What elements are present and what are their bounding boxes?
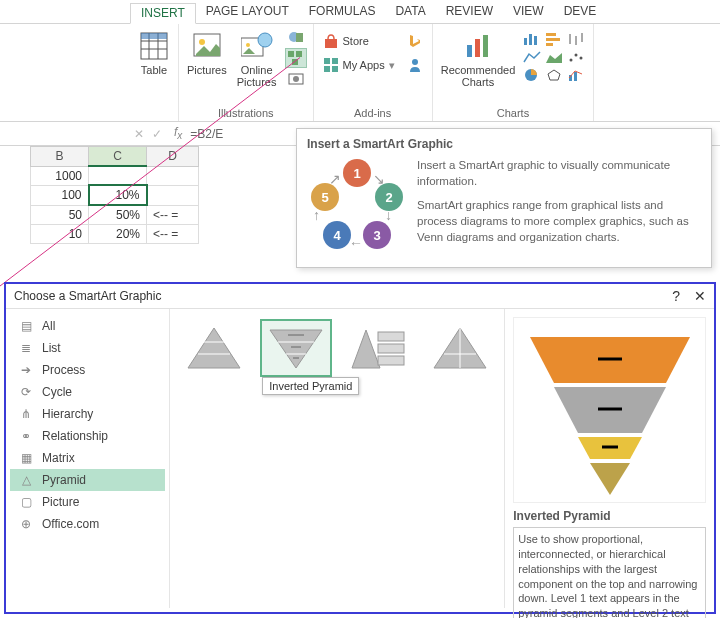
tab-developer[interactable]: DEVE <box>554 2 607 23</box>
dropdown-icon: ▾ <box>389 59 395 72</box>
svg-rect-55 <box>378 332 404 341</box>
col-header-c[interactable]: C <box>89 147 147 167</box>
officecom-icon: ⊕ <box>18 517 34 531</box>
line-chart-icon[interactable] <box>523 50 543 66</box>
svg-rect-32 <box>546 43 553 46</box>
screenshot-button[interactable] <box>285 70 307 88</box>
recommended-charts-label: Recommended Charts <box>441 64 516 88</box>
smartart-dialog: Choose a SmartArt Graphic ? ✕ ▤All ≣List… <box>4 282 716 614</box>
tab-data[interactable]: DATA <box>385 2 435 23</box>
svg-rect-22 <box>332 66 338 72</box>
thumb-segmented-pyramid[interactable] <box>424 319 496 377</box>
cat-relationship[interactable]: ⚭Relationship <box>10 425 165 447</box>
fx-icon[interactable]: fx <box>174 125 182 141</box>
close-button[interactable]: ✕ <box>694 288 706 304</box>
tooltip-p2: SmartArt graphics range from graphical l… <box>417 197 701 245</box>
col-header-b[interactable]: B <box>31 147 89 167</box>
cell[interactable]: 1000 <box>31 166 89 185</box>
area-chart-icon[interactable] <box>545 50 565 66</box>
cell[interactable]: 50% <box>89 205 147 225</box>
store-label: Store <box>343 35 369 47</box>
myapps-button[interactable]: My Apps ▾ <box>320 56 398 74</box>
scatter-chart-icon[interactable] <box>567 50 587 66</box>
cell[interactable] <box>147 185 199 205</box>
cat-list[interactable]: ≣List <box>10 337 165 359</box>
enter-icon[interactable]: ✓ <box>152 127 162 141</box>
col-header-d[interactable]: D <box>147 147 199 167</box>
tab-insert[interactable]: INSERT <box>130 3 196 24</box>
hierarchy-icon: ⋔ <box>18 407 34 421</box>
list-icon: ≣ <box>18 341 34 355</box>
stock-chart-icon[interactable] <box>567 32 587 48</box>
smartart-button[interactable] <box>285 48 307 68</box>
svg-rect-30 <box>546 33 556 36</box>
svg-marker-65 <box>590 463 630 495</box>
group-charts-label: Charts <box>439 107 588 119</box>
pictures-button[interactable]: Pictures <box>185 28 229 78</box>
cat-cycle[interactable]: ⟳Cycle <box>10 381 165 403</box>
radar-chart-icon[interactable] <box>545 68 565 84</box>
svg-rect-27 <box>524 38 527 45</box>
formula-input[interactable]: =B2/E <box>190 127 223 141</box>
tab-formulas[interactable]: FORMULAS <box>299 2 386 23</box>
pie-chart-icon[interactable] <box>523 68 543 84</box>
cell[interactable]: 20% <box>89 225 147 244</box>
combo-chart-icon[interactable] <box>567 68 587 84</box>
group-illustrations: Pictures Online Pictures Illustr <box>179 24 314 121</box>
cat-pyramid[interactable]: △Pyramid <box>10 469 165 491</box>
cell[interactable]: 50 <box>31 205 89 225</box>
recommended-charts-icon <box>462 30 494 62</box>
cell[interactable]: <-- = <box>147 205 199 225</box>
tab-view[interactable]: VIEW <box>503 2 554 23</box>
preview-canvas <box>513 317 706 503</box>
cat-matrix[interactable]: ▦Matrix <box>10 447 165 469</box>
svg-point-7 <box>199 39 205 45</box>
table-button[interactable]: Table <box>136 28 172 78</box>
svg-point-10 <box>258 33 272 47</box>
cat-officecom[interactable]: ⊕Office.com <box>10 513 165 535</box>
svg-point-38 <box>575 54 578 57</box>
bing-button[interactable] <box>404 32 426 50</box>
cat-hierarchy[interactable]: ⋔Hierarchy <box>10 403 165 425</box>
svg-rect-14 <box>296 51 302 57</box>
shapes-button[interactable] <box>285 28 307 46</box>
cell[interactable] <box>147 166 199 185</box>
cell[interactable]: 100 <box>31 185 89 205</box>
svg-rect-5 <box>141 33 167 39</box>
cell[interactable]: <-- = <box>147 225 199 244</box>
group-addins: Store My Apps ▾ Add-ins <box>314 24 433 121</box>
bar-chart-icon[interactable] <box>545 32 565 48</box>
thumb-tooltip: Inverted Pyramid <box>262 377 359 395</box>
cat-picture[interactable]: ▢Picture <box>10 491 165 513</box>
cancel-icon[interactable]: ✕ <box>134 127 144 141</box>
cell[interactable]: 10 <box>31 225 89 244</box>
online-pictures-label: Online Pictures <box>237 64 277 88</box>
tab-review[interactable]: REVIEW <box>436 2 503 23</box>
online-pictures-button[interactable]: Online Pictures <box>235 28 279 90</box>
help-button[interactable]: ? <box>672 288 680 304</box>
smartart-tooltip: Insert a SmartArt Graphic 1 2 3 4 5 ↘ ↓ … <box>296 128 712 268</box>
cell[interactable] <box>89 166 147 185</box>
svg-rect-56 <box>378 344 404 353</box>
worksheet-grid[interactable]: B C D 1000 10010% 5050%<-- = 1020%<-- = <box>30 146 199 244</box>
thumb-inverted-pyramid[interactable] <box>260 319 332 377</box>
recommended-charts-button[interactable]: Recommended Charts <box>439 28 518 90</box>
thumb-basic-pyramid[interactable] <box>178 319 250 377</box>
table-label: Table <box>141 64 167 76</box>
cat-process[interactable]: ➔Process <box>10 359 165 381</box>
picture-icon <box>191 30 223 62</box>
tab-page-layout[interactable]: PAGE LAYOUT <box>196 2 299 23</box>
cat-all[interactable]: ▤All <box>10 315 165 337</box>
process-icon: ➔ <box>18 363 34 377</box>
svg-rect-25 <box>475 39 480 57</box>
column-chart-icon[interactable] <box>523 32 543 48</box>
group-tables: Table <box>130 24 179 121</box>
svg-rect-26 <box>483 35 488 57</box>
selected-cell[interactable]: 10% <box>89 185 147 205</box>
thumb-pyramid-list[interactable] <box>342 319 414 377</box>
tooltip-p1: Insert a SmartArt graphic to visually co… <box>417 157 701 189</box>
store-button[interactable]: Store <box>320 32 398 50</box>
people-button[interactable] <box>404 56 426 74</box>
preview-pane: Inverted Pyramid Use to show proportiona… <box>504 309 714 608</box>
all-icon: ▤ <box>18 319 34 333</box>
